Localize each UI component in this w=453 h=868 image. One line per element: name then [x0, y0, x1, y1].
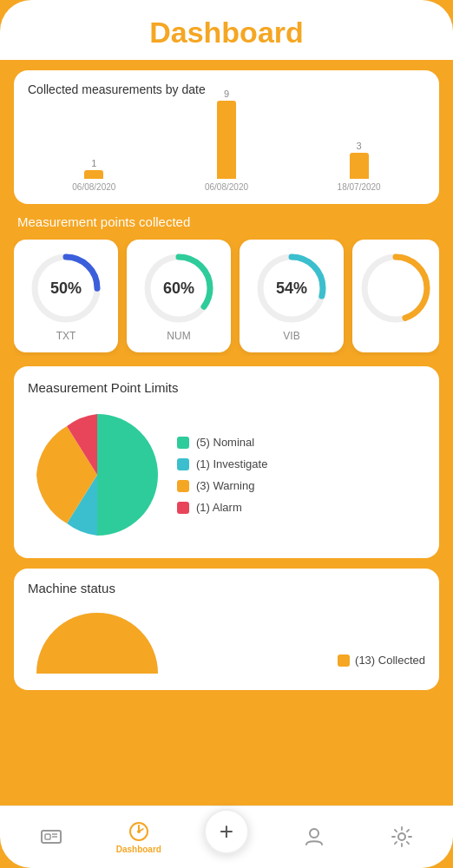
settings-nav-icon — [391, 825, 413, 848]
bar-label-2: 06/08/2020 — [205, 182, 248, 192]
mp-card-num: 60% NUM — [127, 240, 231, 352]
nav-item-add[interactable]: + — [182, 809, 270, 854]
bar-rect-3 — [350, 153, 369, 179]
machine-legend-collected: (13) Collected — [338, 654, 425, 667]
profile-nav-icon — [303, 825, 325, 848]
bar-group-3: 3 18/07/2020 — [338, 141, 381, 192]
mp-card-extra — [352, 240, 439, 352]
machine-status-title: Machine status — [28, 581, 425, 595]
nav-label-dashboard: Dashboard — [116, 845, 161, 854]
mp-value-txt: 50% — [50, 279, 82, 298]
bar-rect-1 — [84, 170, 103, 179]
measurement-points-row: 50% TXT 60% NUM — [14, 240, 439, 356]
mp-section-label: Measurement points collected — [14, 214, 439, 229]
legend-color-nominal — [177, 437, 189, 449]
svg-point-13 — [137, 830, 141, 833]
svg-point-15 — [398, 833, 405, 840]
mp-card-vib: 54% VIB — [240, 240, 344, 352]
bar-group-2: 9 06/08/2020 — [205, 89, 248, 192]
bottom-nav: Dashboard + — [0, 806, 453, 868]
pie-chart-title: Measurement Point Limits — [28, 380, 425, 395]
legend-label-warning: (3) Warning — [196, 479, 254, 492]
dashboard-nav-icon — [128, 820, 150, 843]
machine-status-card: Machine status (1 — [14, 569, 439, 690]
legend-label-nominal: (5) Nominal — [196, 436, 254, 449]
mp-label-txt: TXT — [56, 330, 76, 342]
legend-color-warning — [177, 480, 189, 492]
machine-legend: (13) Collected — [338, 654, 425, 674]
legend-color-alarm — [177, 502, 189, 514]
pie-legend: (5) Nominal (1) Investigate (3) Warning … — [177, 436, 267, 514]
nav-item-profile[interactable] — [271, 825, 358, 850]
legend-label-alarm: (1) Alarm — [196, 501, 242, 514]
machine-status-chart — [28, 604, 167, 674]
nav-item-settings[interactable] — [358, 825, 446, 850]
mp-label-vib: VIB — [283, 330, 299, 342]
bar-label-1: 06/08/2020 — [72, 182, 115, 192]
machine-legend-color — [338, 654, 350, 667]
legend-item-investigate: (1) Investigate — [177, 457, 267, 470]
machine-legend-label: (13) Collected — [355, 654, 425, 667]
nav-item-machines[interactable] — [7, 825, 95, 850]
machine-nav-icon — [40, 825, 62, 848]
mp-value-num: 60% — [163, 279, 194, 298]
mp-card-txt: 50% TXT — [14, 240, 118, 352]
pie-svg — [28, 405, 167, 544]
mp-value-vib: 54% — [276, 279, 307, 298]
mp-label-num: NUM — [167, 330, 190, 342]
plus-icon: + — [220, 819, 233, 844]
svg-point-14 — [310, 829, 318, 838]
legend-color-investigate — [177, 458, 189, 470]
bar-value-2: 9 — [224, 89, 229, 99]
page-title: Dashboard — [149, 16, 304, 49]
fab-button[interactable]: + — [204, 809, 249, 854]
bar-value-3: 3 — [357, 141, 362, 151]
legend-item-nominal: (5) Nominal — [177, 436, 267, 449]
bar-group-1: 1 06/08/2020 — [72, 158, 115, 192]
bar-rect-2 — [217, 101, 236, 179]
bar-value-1: 1 — [91, 158, 96, 168]
legend-item-warning: (3) Warning — [177, 479, 267, 492]
bar-label-3: 18/07/2020 — [338, 182, 381, 192]
legend-item-alarm: (1) Alarm — [177, 501, 267, 514]
nav-item-dashboard[interactable]: Dashboard — [95, 820, 182, 854]
mp-circle-extra — [358, 250, 434, 326]
svg-rect-9 — [45, 834, 50, 839]
legend-label-investigate: (1) Investigate — [196, 457, 267, 470]
bar-chart-card: Collected measurements by date 1 06/08/2… — [14, 70, 439, 204]
pie-chart-card: Measurement Point Limits — [14, 366, 439, 558]
